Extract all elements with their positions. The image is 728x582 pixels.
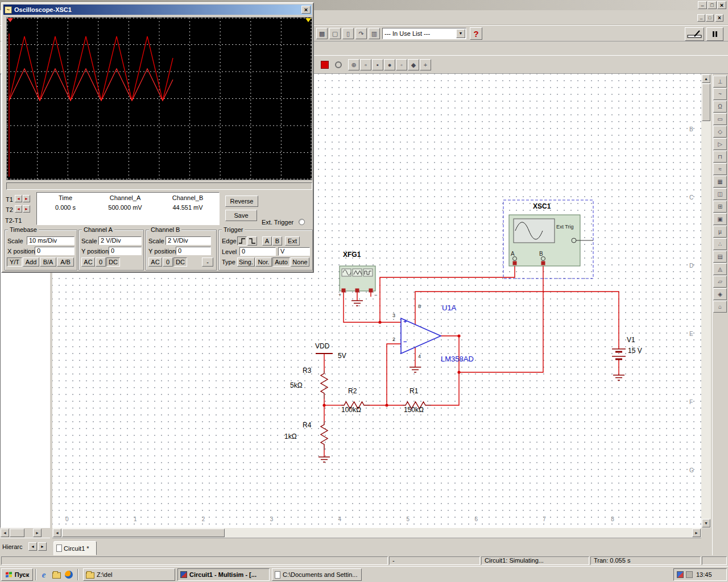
- mode-yt-button[interactable]: Y/T: [7, 257, 22, 267]
- volume-icon[interactable]: [686, 571, 693, 578]
- resistor-family-button[interactable]: ▭: [713, 113, 727, 125]
- channel-b-zero-button[interactable]: 0: [163, 257, 173, 267]
- scroll-left-button[interactable]: ◄: [1, 529, 9, 537]
- reverse-button[interactable]: Reverse: [225, 196, 258, 207]
- tab-circuit1[interactable]: Circuit1 *: [53, 541, 97, 555]
- oscilloscope-close-button[interactable]: ×: [301, 6, 311, 14]
- channel-a-scale-field[interactable]: 2 V/Div: [98, 236, 142, 245]
- opamp-refdes-label[interactable]: U1A: [442, 304, 456, 312]
- power-family-button[interactable]: µ: [713, 226, 727, 238]
- probe-button[interactable]: ⊕: [348, 59, 359, 70]
- scope-time-scrollbar[interactable]: [6, 182, 312, 190]
- t2-right-button[interactable]: ►: [23, 205, 30, 213]
- mdi-close-button[interactable]: ×: [715, 14, 723, 22]
- channel-a-zero-button[interactable]: 0: [96, 257, 106, 267]
- basic-family-button[interactable]: Ω: [713, 101, 727, 113]
- canvas-horizontal-scrollbar[interactable]: ◄ ►: [52, 528, 701, 538]
- mode-ba-button[interactable]: B/A: [40, 257, 56, 267]
- xsc1-label[interactable]: XSC1: [533, 202, 551, 210]
- in-use-list-dropdown-button[interactable]: ▼: [456, 29, 465, 38]
- taskbar-clock[interactable]: 13:45: [696, 571, 712, 578]
- mdi-restore-button[interactable]: □: [706, 14, 714, 22]
- simulation-run-switch-button[interactable]: [685, 27, 704, 41]
- r3-value-label[interactable]: 5kΩ: [290, 381, 303, 389]
- design-toolbox-scrollbar[interactable]: ◄ ►: [0, 528, 50, 538]
- tray-app-icon[interactable]: [677, 571, 684, 578]
- hierarchy-scroll-left-button[interactable]: ◄: [28, 542, 37, 551]
- v1-label[interactable]: V1: [627, 336, 635, 344]
- app-minimize-button[interactable]: _: [698, 1, 707, 9]
- scrollbar-thumb[interactable]: [702, 84, 710, 121]
- channel-b-minus-button[interactable]: -: [202, 257, 213, 267]
- in-use-list-combobox[interactable]: --- In Use List --- ▼: [382, 28, 466, 39]
- quicklaunch-folder-button[interactable]: [51, 569, 61, 580]
- power-source-family-button[interactable]: ⊥: [713, 76, 727, 88]
- trigger-level-field[interactable]: 0: [239, 247, 276, 256]
- trigger-channel-b-button[interactable]: B: [272, 236, 282, 246]
- t1-left-button[interactable]: ◄: [15, 195, 22, 202]
- opamp-part-label[interactable]: LM358AD: [441, 355, 474, 363]
- scroll-left-button[interactable]: ◄: [53, 529, 61, 537]
- scroll-up-button[interactable]: ▲: [702, 74, 710, 83]
- t2-left-button[interactable]: ◄: [15, 205, 22, 213]
- cursor-1-marker[interactable]: [7, 18, 13, 22]
- junction-button[interactable]: ●: [384, 59, 395, 70]
- cursor-2-marker[interactable]: [305, 18, 311, 22]
- app-maximize-button[interactable]: □: [708, 1, 717, 9]
- diode-family-button[interactable]: ◇: [713, 126, 727, 138]
- help-button[interactable]: ?: [470, 27, 482, 40]
- quicklaunch-ie-button[interactable]: e: [39, 569, 49, 580]
- small-node-button[interactable]: ▫: [360, 59, 371, 70]
- ttl-family-button[interactable]: ≈: [713, 163, 727, 175]
- rf-family-button[interactable]: ◬: [713, 263, 727, 275]
- channel-b-ypos-field[interactable]: 0: [176, 247, 211, 255]
- diamond-tool-button[interactable]: ◆: [408, 59, 419, 70]
- selection-box-button[interactable]: ▢: [329, 28, 341, 39]
- r3-label[interactable]: R3: [303, 367, 311, 375]
- quicklaunch-media-button[interactable]: [64, 569, 74, 580]
- solid-node-button[interactable]: ▪: [372, 59, 383, 70]
- r4-value-label[interactable]: 1kΩ: [284, 433, 297, 440]
- ncs-family-button[interactable]: ◈: [713, 288, 727, 300]
- scroll-right-button[interactable]: ►: [33, 529, 42, 537]
- transistor-family-button[interactable]: ▷: [713, 138, 727, 150]
- timebase-xpos-field[interactable]: 0: [35, 247, 75, 255]
- start-button[interactable]: Пуск: [1, 568, 33, 581]
- peripherals-family-button[interactable]: ▤: [713, 251, 727, 263]
- xfg1-label[interactable]: XFG1: [343, 251, 361, 259]
- add-tool-button[interactable]: +: [420, 59, 431, 70]
- wire-color-button[interactable]: ▩: [316, 28, 328, 39]
- mode-ab-button[interactable]: A/B: [57, 257, 74, 267]
- copy-sheet-button[interactable]: ▯: [342, 28, 354, 39]
- mode-add-button[interactable]: Add: [23, 257, 39, 267]
- record-circle-icon[interactable]: [335, 61, 342, 68]
- channel-a-ac-button[interactable]: AC: [81, 257, 95, 267]
- scrollbar-thumb[interactable]: [62, 529, 225, 537]
- scroll-down-button[interactable]: ▼: [702, 519, 710, 527]
- t1-right-button[interactable]: ►: [23, 195, 30, 202]
- signal-source-family-button[interactable]: ~: [713, 88, 727, 100]
- task-zdel-button[interactable]: Z:\del: [83, 568, 175, 581]
- r2-label[interactable]: R2: [348, 387, 357, 395]
- canvas-vertical-scrollbar[interactable]: ▲ ▼: [701, 74, 711, 528]
- timebase-scale-field[interactable]: 10 ms/Div: [27, 236, 75, 245]
- electromech-family-button[interactable]: ▱: [713, 276, 727, 288]
- task-documents-button[interactable]: C:\Documents and Settin...: [272, 568, 362, 581]
- mixed-family-button[interactable]: ⊞: [713, 201, 727, 213]
- trigger-ext-button[interactable]: Ext: [285, 236, 300, 246]
- mdi-minimize-button[interactable]: _: [697, 14, 705, 22]
- scrollbar-thumb[interactable]: [10, 529, 24, 537]
- trigger-type-sing-button[interactable]: Sing.: [237, 257, 255, 267]
- channel-b-ac-button[interactable]: AC: [148, 257, 162, 267]
- channel-a-ypos-field[interactable]: 0: [109, 247, 142, 255]
- simulation-pause-button[interactable]: [706, 27, 723, 41]
- open-node-button[interactable]: ◦: [396, 59, 407, 70]
- v1-value-label[interactable]: 15 V: [628, 347, 642, 355]
- channel-b-dc-button[interactable]: DC: [173, 257, 187, 267]
- trigger-type-auto-button[interactable]: Auto: [272, 257, 290, 267]
- misc-family-button[interactable]: ∴: [713, 238, 727, 250]
- r2-value-label[interactable]: 100kΩ: [341, 406, 361, 414]
- trigger-rising-edge-button[interactable]: [237, 236, 247, 246]
- hierarchy-bar[interactable]: Hierarc ◄ ►: [0, 538, 50, 555]
- trigger-type-nor-button[interactable]: Nor.: [255, 257, 272, 267]
